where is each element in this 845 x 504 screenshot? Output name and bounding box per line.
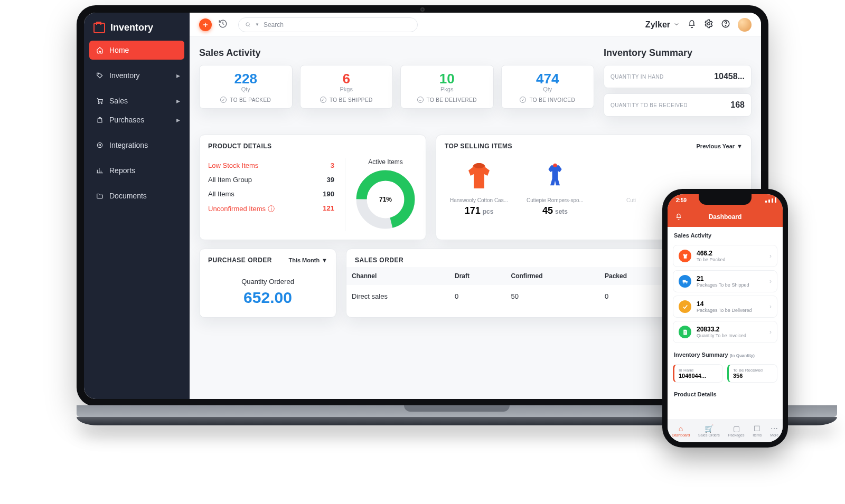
org-name: Zylker [645, 20, 670, 30]
top-item-1[interactable]: Hanswooly Cotton Cas... 171pcs [445, 158, 513, 216]
svg-point-11 [553, 164, 557, 167]
tab-packages[interactable]: ▢Packages [728, 424, 745, 437]
inventory-summary-title: Inventory Summary [604, 47, 752, 59]
check-icon: ✓ [320, 97, 326, 103]
tab-sales-orders[interactable]: 🛒Sales Orders [698, 424, 720, 437]
sidebar-label: Reports [109, 166, 135, 175]
sidebar-item-home[interactable]: Home [89, 41, 184, 60]
mobile-row-invoiced[interactable]: 20833.2Quantity To be Invoiced › [673, 321, 777, 343]
check-icon: ✓ [520, 97, 526, 103]
svg-point-4 [99, 144, 101, 146]
pd-item-group[interactable]: All Item Group39 [208, 173, 334, 187]
search-placeholder: Search [264, 21, 284, 28]
active-items-donut: 71% [354, 168, 417, 231]
more-icon: ⋯ [771, 424, 778, 433]
mobile-inhand[interactable]: In Hand 1046044... [673, 364, 723, 383]
folder-icon [96, 192, 104, 200]
svg-point-13 [686, 282, 687, 283]
bag-icon [96, 116, 104, 124]
chevron-down-icon: ▼ [322, 257, 327, 263]
qty-ordered: 652.00 [208, 289, 327, 307]
bag-icon: ☐ [754, 424, 760, 433]
bar-chart-icon [96, 166, 104, 175]
mobile-tbr[interactable]: To Be Received 356 [727, 364, 777, 383]
pd-low-stock[interactable]: Low Stock Items3 [208, 158, 334, 173]
topbar: ▼ Search Zylker [190, 13, 761, 37]
top-item-3[interactable]: Cuti [597, 158, 665, 216]
mobile-row-packed[interactable]: 466.2To be Packed › [673, 245, 777, 267]
gear-icon[interactable] [704, 19, 713, 31]
tab-dashboard[interactable]: ⌂Dashboard [672, 424, 690, 437]
cart-icon: 🛒 [705, 424, 713, 433]
stat-to-be-invoiced[interactable]: 474 Qty ✓TO BE INVOICED [501, 65, 595, 109]
mobile-section-sales: Sales Activity [668, 227, 783, 242]
stat-to-be-delivered[interactable]: 10 Pkgs –TO BE DELIVERED [400, 65, 494, 109]
chevron-down-icon [673, 20, 680, 30]
top-item-2[interactable]: Cutiepie Rompers-spo... 45sets [521, 158, 589, 216]
mobile-section-product: Product Details [668, 386, 783, 401]
sales-activity-title: Sales Activity [199, 47, 594, 59]
mobile-time: 2:59 [676, 197, 687, 203]
svg-point-5 [246, 23, 249, 26]
cart-icon [96, 97, 104, 105]
home-icon [96, 46, 104, 54]
svg-point-12 [683, 282, 684, 283]
sweater-icon [445, 158, 513, 195]
mobile-section-inventory: Inventory Summary(In Quantity) [668, 346, 783, 361]
stat-to-be-packed[interactable]: 228 Qty ✓TO BE PACKED [199, 65, 293, 109]
pd-unconfirmed[interactable]: Unconfirmed Items ⓘ 121 [208, 201, 334, 217]
sidebar-item-inventory[interactable]: Inventory ▸ [89, 66, 184, 85]
integrations-icon [96, 141, 104, 149]
sidebar: Inventory Home [84, 13, 190, 399]
range-dropdown[interactable]: Previous Year ▼ [697, 143, 743, 149]
avatar[interactable] [738, 18, 752, 32]
sidebar-item-sales[interactable]: Sales ▸ [89, 91, 184, 110]
sidebar-item-purchases[interactable]: Purchases ▸ [89, 110, 184, 129]
mobile-row-shipped[interactable]: 21Packages To be Shipped › [673, 270, 777, 292]
tab-items[interactable]: ☐Items [753, 424, 762, 437]
sidebar-item-integrations[interactable]: Integrations [89, 136, 184, 155]
svg-point-8 [725, 25, 726, 26]
purchase-order-panel: PURCHASE ORDER This Month ▼ Quantity Ord… [199, 249, 336, 318]
help-icon[interactable] [721, 19, 730, 31]
mobile-device: 2:59 Dashboard Sales Activity 466.2To be… [662, 189, 788, 448]
sidebar-label: Home [109, 46, 129, 54]
chevron-down-icon: ▼ [255, 22, 259, 27]
chevron-right-icon: ▸ [176, 116, 180, 124]
bell-icon[interactable] [687, 19, 697, 31]
svg-point-6 [708, 22, 710, 25]
sidebar-label: Integrations [109, 141, 148, 149]
box-icon: ▢ [733, 424, 740, 433]
chevron-right-icon: › [769, 303, 772, 310]
svg-point-2 [101, 103, 102, 104]
search-input[interactable]: ▼ Search [238, 17, 418, 32]
history-icon[interactable] [218, 19, 228, 31]
brand: Inventory [89, 20, 184, 41]
mobile-tabbar: ⌂Dashboard 🛒Sales Orders ▢Packages ☐Item… [668, 419, 783, 442]
tab-more[interactable]: ⋯More [770, 424, 778, 437]
stat-to-be-shipped[interactable]: 6 Pkgs ✓TO BE SHIPPED [300, 65, 393, 109]
bell-icon[interactable] [675, 213, 682, 222]
mobile-row-delivered[interactable]: 14Packages To be Delivered › [673, 296, 777, 318]
pd-all-items[interactable]: All Items190 [208, 187, 334, 201]
sidebar-item-reports[interactable]: Reports [89, 161, 184, 180]
chevron-down-icon: ▼ [737, 143, 743, 149]
sidebar-label: Purchases [109, 116, 144, 124]
svg-point-0 [98, 74, 99, 74]
svg-point-3 [97, 142, 102, 147]
sidebar-label: Inventory [109, 71, 140, 80]
signal-icon [765, 197, 776, 203]
brand-icon [93, 23, 105, 33]
chevron-right-icon: › [769, 278, 772, 285]
add-button[interactable] [199, 18, 212, 31]
tag-icon [96, 71, 104, 80]
product-details-panel: PRODUCT DETAILS Low Stock Items3 All Ite… [199, 135, 426, 240]
inv-qty-to-receive[interactable]: QUANTITY TO BE RECEIVED 168 [604, 93, 752, 117]
chevron-right-icon: › [769, 252, 772, 260]
range-dropdown[interactable]: This Month ▼ [288, 257, 327, 263]
sidebar-item-documents[interactable]: Documents [89, 186, 184, 205]
invoice-icon [679, 326, 691, 338]
org-switcher[interactable]: Zylker [645, 20, 680, 30]
check-icon: ✓ [220, 97, 227, 103]
inv-qty-in-hand[interactable]: QUANTITY IN HAND 10458... [604, 65, 752, 88]
